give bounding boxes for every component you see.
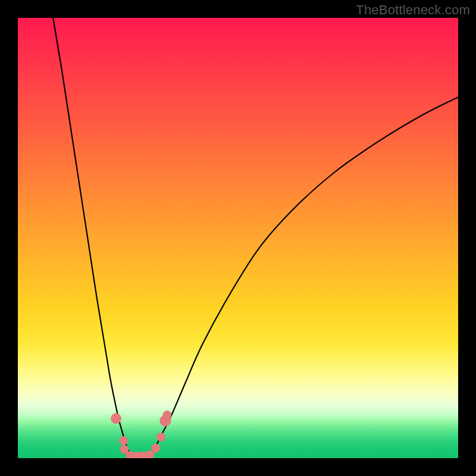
data-marker [111, 414, 121, 424]
data-marker [162, 411, 171, 419]
plot-area [18, 18, 458, 458]
bottleneck-curve [18, 18, 458, 458]
data-marker [156, 433, 165, 441]
data-marker [119, 436, 128, 445]
watermark-text: TheBottleneck.com [356, 2, 470, 18]
curve-path [53, 18, 458, 458]
data-marker [151, 444, 160, 453]
chart-frame: TheBottleneck.com [0, 0, 476, 476]
